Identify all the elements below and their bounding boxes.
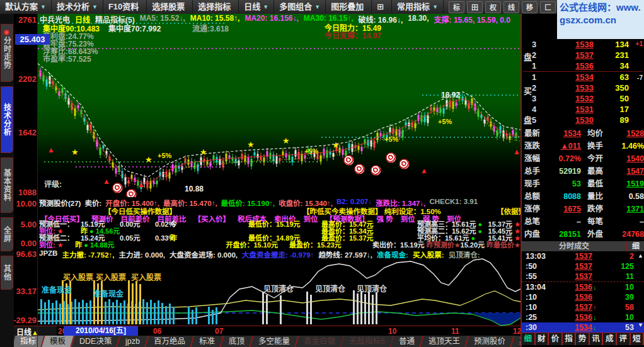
scroll-down-icon[interactable]: ▼: [638, 322, 643, 328]
tool-button[interactable]: 匚: [540, 1, 556, 13]
candlestick-pane[interactable]: 中兵光电日线精品指标(5)MA5: 15.52↓,MA10: 15.58↑,MA…: [38, 14, 520, 198]
quote-tab[interactable]: 指: [563, 333, 577, 345]
menu-item[interactable]: 图形叠加: [326, 0, 372, 14]
plus5-label: +5%: [438, 118, 452, 125]
stat-value: –: [548, 215, 581, 228]
sidebar-tab[interactable]: 全屏: [1, 217, 13, 251]
menu-item-label: 选择股票: [152, 0, 185, 14]
toolbar-tab[interactable]: 底顶: [221, 336, 254, 347]
ask-row[interactable]: 21537231: [522, 50, 644, 60]
watermark: 公式在线网：www.gszx.com.cn: [557, 0, 644, 39]
menu-item[interactable]: 选择股票: [147, 0, 193, 14]
tick-row[interactable]: :251536↓10: [522, 312, 644, 322]
stat-value: 1534: [548, 127, 581, 140]
indicator-token: 准备现金:: [377, 249, 408, 259]
tick-row[interactable]: 13:041536↓10: [522, 282, 644, 292]
signal-bar: [165, 306, 167, 324]
quote-tab[interactable]: 评: [617, 333, 631, 345]
menu-item[interactable]: 技术分析▼: [52, 0, 103, 14]
toolbar-tab[interactable]: 模板: [42, 336, 74, 347]
signal-bar: [154, 303, 156, 324]
quote-tab[interactable]: 财: [536, 333, 549, 345]
menu-item[interactable]: 选择指标: [193, 0, 239, 14]
signal-bar: [353, 290, 355, 324]
toolbar-tab[interactable]: 百万绝品: [146, 336, 195, 347]
stat-label: 涨幅: [522, 152, 548, 165]
signal-bar: [120, 303, 122, 324]
stat-row: 涨停 1675 跌停 1371: [522, 203, 644, 215]
quote-tab[interactable]: 短: [631, 333, 644, 345]
tool-button[interactable]: 权: [485, 1, 501, 13]
bid-row[interactable]: 21533350: [522, 82, 644, 93]
stat-label: 今开: [585, 152, 611, 165]
stat-label: 涨跌: [522, 140, 548, 152]
chevron-down-icon: ▼: [432, 0, 438, 14]
tick-row[interactable]: :501537125: [522, 261, 644, 271]
feed-detail-button[interactable]: 细: [626, 241, 644, 251]
jpzb-indicator-pane[interactable]: JPZB主力撤: -7.752↑,主力进: 0.000,大盘资金进场: 0.00…: [38, 249, 520, 335]
toolbar-tab[interactable]: 标准: [192, 336, 224, 347]
toolbar-tab[interactable]: 普通: [391, 336, 424, 347]
tool-button[interactable]: 移: [522, 1, 538, 13]
signal-bar: [78, 302, 80, 324]
triangle-icon: ▲: [103, 177, 110, 186]
menu-item[interactable]: 默认方案▼: [0, 0, 52, 14]
menu-item[interactable]: F10资料: [103, 0, 147, 14]
ask-row[interactable]: 1153634: [522, 60, 644, 71]
stat-label: 内盘: [522, 228, 548, 241]
tick-row[interactable]: :101537↑58: [522, 302, 644, 312]
tick-row[interactable]: 13:0315372: [522, 251, 644, 261]
axis-label: 1642: [18, 128, 37, 137]
menu-item[interactable]: 多图组合▼: [274, 0, 326, 14]
tool-button[interactable]: 标: [449, 1, 464, 13]
scroll-up-icon[interactable]: ▲: [638, 253, 643, 259]
concentration70: 集中度70:7.992: [108, 23, 161, 33]
table-cell: 最低价：15.19元: [248, 221, 321, 228]
quote-tab[interactable]: 价: [549, 333, 563, 345]
quote-tab[interactable]: 势: [576, 333, 590, 345]
indicator-token: 主力撤: -7.752↑,: [62, 249, 114, 259]
toolbar-tab[interactable]: DDE决策: [71, 336, 121, 347]
menu-item[interactable]: 常用指标▼: [392, 0, 444, 14]
signal-bar: [112, 302, 114, 324]
toolbar-tab[interactable]: 指标: [14, 336, 45, 347]
star-icon: ★: [282, 136, 290, 145]
buy-delta: -7: [637, 74, 643, 81]
signal-bar: [368, 292, 370, 324]
ask-row[interactable]: 31538134: [522, 39, 644, 50]
table-cell: 最盈价：15.23元: [289, 242, 372, 249]
axis-label: 2202: [18, 74, 37, 84]
quote-tab[interactable]: 成: [603, 333, 617, 345]
sidebar-tab[interactable]: 其他: [1, 256, 13, 290]
sidebar-tab[interactable]: 技术分析: [1, 86, 13, 153]
signal-bar: [59, 304, 61, 324]
signal-bar: [139, 284, 141, 324]
toolbar-tab[interactable]: 预测股价: [466, 336, 515, 347]
signal-bar: [158, 300, 159, 324]
tool-button[interactable]: 线: [503, 1, 519, 13]
tick-row[interactable]: :301534↓53: [522, 322, 644, 333]
tick-row[interactable]: :55153711: [522, 271, 644, 282]
sidebar-tab[interactable]: 基本资料: [1, 157, 13, 213]
bid-row[interactable]: 5153089: [522, 115, 644, 125]
toolbar-tab[interactable]: 逃顶天王: [421, 336, 469, 347]
triangle-icon: ▲: [137, 180, 145, 189]
tool-button[interactable]: 田: [467, 1, 483, 13]
toolbar-tab[interactable]: 真金白银: [296, 336, 345, 347]
multi-grid-icon[interactable]: ⊞: [372, 0, 392, 14]
bid-row[interactable]: 4153117: [522, 104, 644, 115]
indicator-token: 买入股票:: [413, 249, 444, 259]
quote-tab[interactable]: 细: [522, 333, 536, 345]
toolbar-tab[interactable]: jpzb: [118, 336, 149, 347]
toolbar-tab[interactable]: 多空能量: [251, 336, 299, 347]
signal-bar: [262, 292, 264, 324]
quote-tab[interactable]: 讯: [590, 333, 604, 345]
title-token: 18.30,: [408, 14, 428, 25]
toolbar-tab[interactable]: 无敌指标5: [342, 336, 394, 347]
signal-bar: [360, 291, 362, 324]
bid-row[interactable]: 3153250: [522, 93, 644, 104]
signal-bar: [306, 292, 308, 324]
bid-row[interactable]: 1153463: [522, 72, 644, 82]
tick-row[interactable]: :10153639: [522, 292, 644, 302]
menu-item[interactable]: 日线▼: [239, 0, 274, 14]
